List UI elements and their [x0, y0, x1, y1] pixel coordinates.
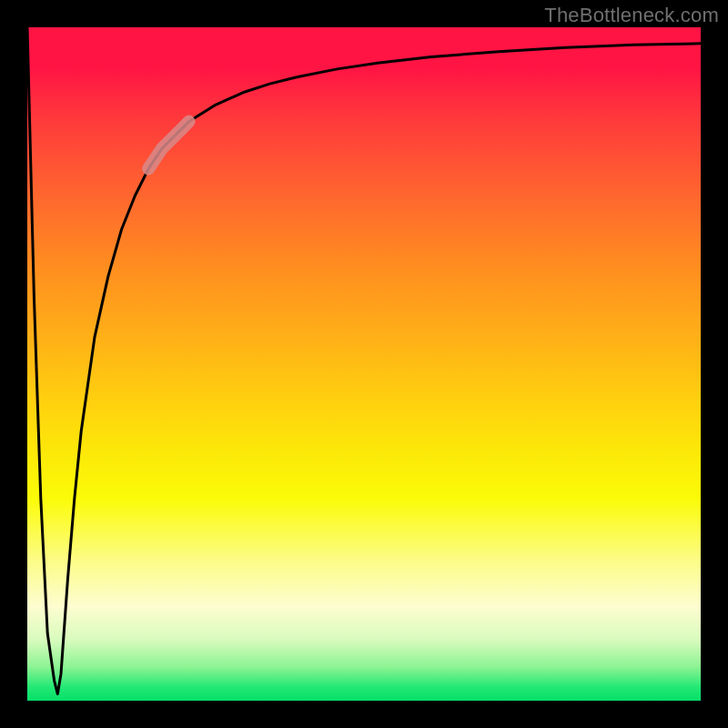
curve-highlight	[148, 122, 188, 169]
curve-svg	[27, 27, 701, 701]
chart-frame: TheBottleneck.com	[0, 0, 728, 728]
plot-area	[27, 27, 701, 701]
watermark-text: TheBottleneck.com	[544, 4, 719, 27]
bottleneck-curve	[27, 27, 701, 694]
